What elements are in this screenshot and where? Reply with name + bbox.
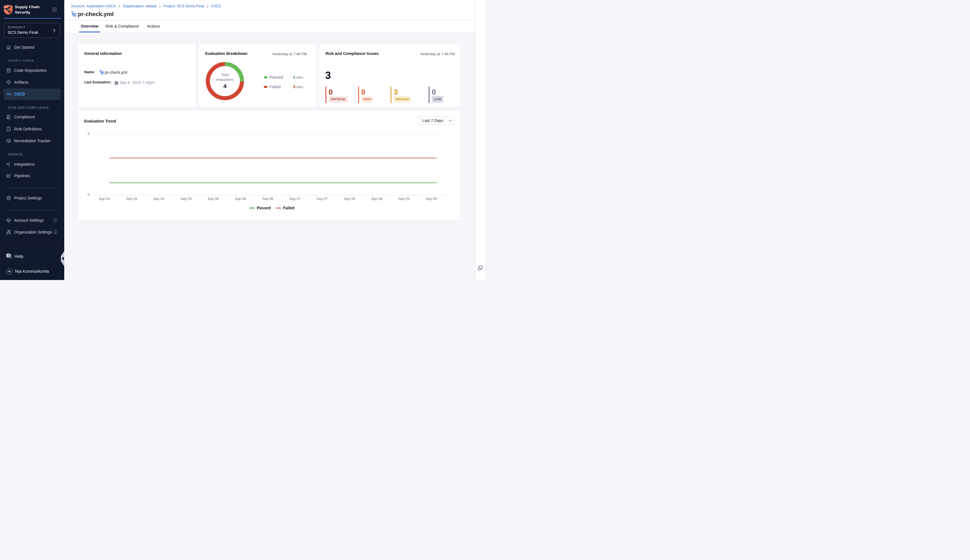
svg-text:?: ? xyxy=(8,254,9,257)
